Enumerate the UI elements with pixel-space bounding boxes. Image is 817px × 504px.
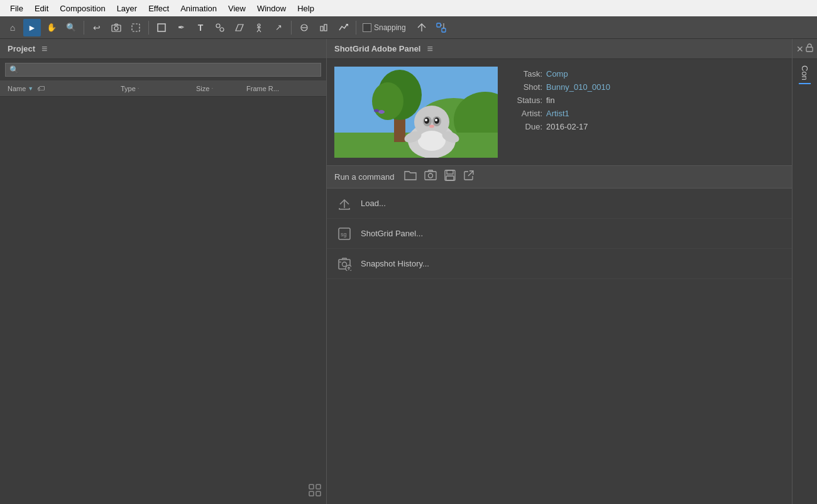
detail-row-shot: Shot: Bunny_010_0010 <box>508 82 784 92</box>
tool-rect[interactable] <box>153 19 170 36</box>
cmd-shotgrid-panel[interactable]: sg ShotGrid Panel... <box>327 219 792 249</box>
svg-rect-18 <box>437 23 441 27</box>
svg-rect-19 <box>442 28 446 32</box>
menu-animation[interactable]: Animation <box>175 3 222 14</box>
project-header: Project ≡ <box>0 39 326 59</box>
right-panel-close[interactable]: ✕ <box>796 44 804 54</box>
shot-value[interactable]: Bunny_010_0010 <box>546 82 610 92</box>
cmd-snapshot-history[interactable]: Snapshot History... <box>327 249 792 279</box>
save-icon[interactable] <box>444 170 456 184</box>
separator-4 <box>356 21 356 35</box>
col-size[interactable]: Size · <box>194 85 244 92</box>
svg-rect-51 <box>446 176 454 180</box>
status-label: Status: <box>508 96 542 105</box>
svg-point-41 <box>429 125 434 128</box>
project-content <box>0 97 326 504</box>
cmd-load[interactable]: Load... <box>327 189 792 219</box>
right-panel-lock[interactable] <box>806 43 813 54</box>
svg-rect-24 <box>309 491 314 496</box>
tool-camera[interactable] <box>107 19 125 36</box>
menu-edit[interactable]: Edit <box>30 3 53 14</box>
snapping-checkbox[interactable] <box>363 23 371 32</box>
detail-row-due: Due: 2016-02-17 <box>508 122 784 131</box>
tool-hand[interactable]: ✋ <box>43 19 60 36</box>
tool-home[interactable]: ⌂ <box>4 19 21 36</box>
svg-point-42 <box>418 131 446 151</box>
task-label: Task: <box>508 69 542 79</box>
run-command-bar: Run a command <box>327 166 792 189</box>
artist-label: Artist: <box>508 109 542 118</box>
detail-row-task: Task: Comp <box>508 69 784 79</box>
tool-pen[interactable]: ✒ <box>172 19 190 36</box>
tool-undo[interactable]: ↩ <box>88 19 106 36</box>
shotgrid-title: ShotGrid Adobe Panel <box>334 44 420 53</box>
shot-info-area: Task: Comp Shot: Bunny_010_0010 Status: … <box>327 59 792 166</box>
right-panel-header: ✕ <box>792 39 817 59</box>
project-menu-icon[interactable]: ≡ <box>41 43 47 55</box>
tool-extra1[interactable] <box>295 19 313 36</box>
col-name[interactable]: Name ▼ 🏷 <box>5 84 118 93</box>
col-tag-icon: 🏷 <box>37 84 45 93</box>
col-name-arrow: ▼ <box>28 85 33 92</box>
tool-snap-extra2[interactable] <box>432 19 450 36</box>
snapshot-icon[interactable] <box>424 170 437 184</box>
tool-text[interactable]: T <box>192 19 209 36</box>
tool-clone[interactable] <box>211 19 229 36</box>
menu-effect[interactable]: Effect <box>143 3 174 14</box>
project-title: Project <box>8 44 35 53</box>
detail-row-status: Status: fin <box>508 96 784 105</box>
svg-rect-50 <box>447 170 453 174</box>
search-icon: 🔍 <box>9 65 19 74</box>
search-input[interactable] <box>21 65 317 74</box>
col-frame[interactable]: Frame R... <box>244 85 294 92</box>
con-tab[interactable]: Con <box>799 63 811 84</box>
project-columns: Name ▼ 🏷 Type · Size · Frame R... <box>0 80 326 97</box>
tool-puppet[interactable] <box>250 19 268 36</box>
shotgrid-header: ShotGrid Adobe Panel ≡ <box>327 39 792 59</box>
status-value: fin <box>546 96 555 105</box>
project-panel: Project ≡ 🔍 Name ▼ 🏷 Type · Size · <box>0 39 327 504</box>
task-value[interactable]: Comp <box>546 69 568 79</box>
due-value: 2016-02-17 <box>546 122 588 131</box>
folder-icon[interactable] <box>404 170 417 184</box>
tool-pin[interactable]: ↗ <box>270 19 287 36</box>
svg-point-40 <box>435 119 437 121</box>
cmd-sg-icon: sg <box>336 225 353 243</box>
artist-value[interactable]: Artist1 <box>546 109 569 118</box>
tool-extra3[interactable] <box>334 19 352 36</box>
svg-point-8 <box>258 24 260 26</box>
svg-rect-61 <box>806 47 813 52</box>
svg-point-45 <box>378 110 385 114</box>
svg-rect-22 <box>309 485 314 489</box>
svg-point-46 <box>374 109 379 112</box>
structure-icon[interactable] <box>309 484 321 499</box>
shot-thumbnail <box>334 67 498 158</box>
svg-rect-23 <box>316 485 321 489</box>
shotgrid-menu-icon[interactable]: ≡ <box>427 43 432 55</box>
separator-2 <box>148 21 149 35</box>
menu-help[interactable]: Help <box>292 3 319 14</box>
tool-select[interactable]: ► <box>23 19 41 36</box>
detail-row-artist: Artist: Artist1 <box>508 109 784 118</box>
menu-file[interactable]: File <box>5 3 28 14</box>
menu-window[interactable]: Window <box>252 3 291 14</box>
menu-layer[interactable]: Layer <box>112 3 143 14</box>
due-label: Due: <box>508 122 542 131</box>
menu-composition[interactable]: Composition <box>55 3 110 14</box>
tool-region[interactable] <box>127 19 145 36</box>
svg-line-52 <box>468 171 473 176</box>
col-type[interactable]: Type · <box>118 85 194 92</box>
menu-view[interactable]: View <box>223 3 251 14</box>
svg-point-39 <box>425 119 427 121</box>
cmd-snap-label: Snapshot History... <box>361 259 429 268</box>
main-layout: Project ≡ 🔍 Name ▼ 🏷 Type · Size · <box>0 39 817 504</box>
search-input-wrapper[interactable]: 🔍 <box>5 63 321 77</box>
tool-eraser[interactable] <box>231 19 248 36</box>
svg-text:sg: sg <box>341 231 347 238</box>
tool-extra2[interactable] <box>315 19 332 36</box>
tool-snap-extra1[interactable] <box>413 19 430 36</box>
svg-rect-3 <box>132 24 140 31</box>
svg-point-57 <box>343 262 347 266</box>
tool-zoom[interactable]: 🔍 <box>62 19 80 36</box>
external-link-icon[interactable] <box>463 170 474 184</box>
